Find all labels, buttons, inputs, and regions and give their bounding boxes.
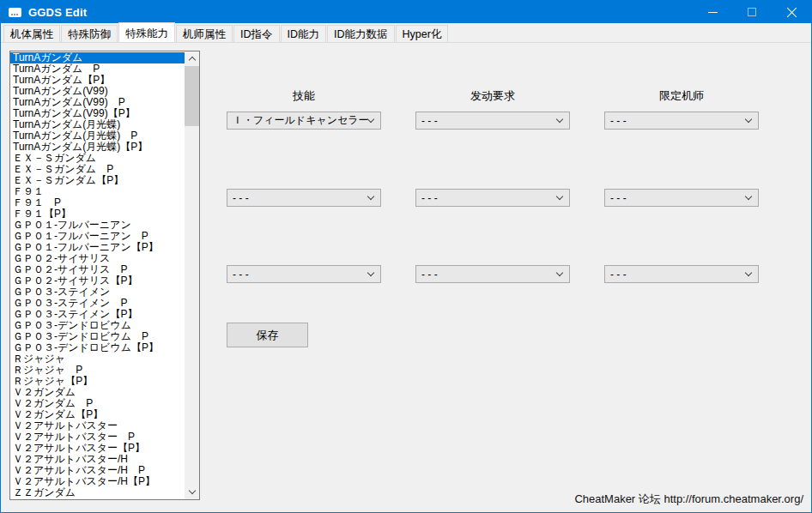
maximize-button[interactable] bbox=[732, 1, 772, 23]
window-title: GGDS Edit bbox=[28, 6, 87, 19]
pilot-select-2[interactable]: - - - bbox=[604, 189, 759, 207]
unit-list-scrollbar[interactable] bbox=[185, 51, 199, 499]
unit-listbox[interactable]: TurnAガンダムTurnAガンダム PTurnAガンダム【P】TurnAガンダ… bbox=[10, 52, 185, 499]
footer-credit: CheatMaker 论坛 http://forum.cheatmaker.or… bbox=[574, 492, 803, 507]
skill-select-3-value: - - - bbox=[233, 269, 249, 281]
unit-list-item[interactable]: ＺＺガンダム bbox=[10, 487, 185, 498]
tab[interactable]: ID能力数据 bbox=[327, 25, 395, 42]
tab[interactable]: 特殊能力 bbox=[118, 22, 175, 42]
minimize-icon bbox=[708, 12, 718, 13]
ggds-edit-window: { "accent_color": "#0078d7", "titlebar":… bbox=[0, 0, 812, 513]
skill-select-2[interactable]: - - - bbox=[227, 189, 381, 207]
header-requirement: 发动要求 bbox=[415, 88, 570, 104]
chevron-down-icon bbox=[556, 269, 563, 276]
save-button[interactable]: 保存 bbox=[227, 323, 308, 347]
header-skill: 技能 bbox=[227, 88, 381, 104]
scrollbar-thumb[interactable] bbox=[185, 66, 199, 126]
tab[interactable]: 特殊防御 bbox=[61, 25, 118, 42]
column-headers: 技能 发动要求 限定机师 bbox=[227, 88, 759, 104]
chevron-down-icon bbox=[188, 487, 195, 494]
ability-row-3: - - - - - - - - - bbox=[227, 265, 759, 283]
window-controls bbox=[693, 1, 811, 23]
chevron-down-icon bbox=[367, 269, 374, 276]
skill-select-1-value: Ｉ・フィールドキャンセラー bbox=[233, 113, 368, 128]
chevron-down-icon bbox=[367, 116, 374, 123]
requirement-select-1-value: - - - bbox=[421, 115, 438, 127]
pilot-select-3-value: - - - bbox=[610, 269, 627, 281]
requirement-select-2-value: - - - bbox=[421, 192, 438, 204]
chevron-down-icon bbox=[745, 116, 752, 123]
minimize-button[interactable] bbox=[693, 1, 732, 23]
tab[interactable]: 机师属性 bbox=[176, 25, 233, 42]
pilot-select-1[interactable]: - - - bbox=[604, 112, 759, 130]
scroll-down-button[interactable] bbox=[185, 485, 199, 499]
app-window-icon bbox=[9, 8, 21, 17]
scroll-up-button[interactable] bbox=[185, 51, 199, 66]
chevron-down-icon bbox=[745, 269, 752, 276]
header-pilot: 限定机师 bbox=[604, 88, 759, 104]
tab[interactable]: ID指令 bbox=[233, 25, 280, 42]
tab[interactable]: ID能力 bbox=[281, 25, 327, 42]
tab[interactable]: Hyper化 bbox=[396, 25, 449, 42]
pilot-select-1-value: - - - bbox=[610, 115, 627, 127]
close-button[interactable] bbox=[772, 1, 811, 23]
pilot-select-2-value: - - - bbox=[610, 192, 627, 204]
close-icon bbox=[786, 7, 797, 18]
skill-select-3[interactable]: - - - bbox=[227, 265, 381, 283]
pilot-select-3[interactable]: - - - bbox=[604, 265, 759, 283]
requirement-select-3[interactable]: - - - bbox=[415, 265, 570, 283]
titlebar: GGDS Edit bbox=[1, 1, 811, 23]
tab[interactable]: 机体属性 bbox=[3, 25, 60, 42]
requirement-select-1[interactable]: - - - bbox=[415, 112, 570, 130]
chevron-down-icon bbox=[367, 193, 374, 200]
unit-list-panel: TurnAガンダムTurnAガンダム PTurnAガンダム【P】TurnAガンダ… bbox=[9, 51, 200, 500]
skill-select-2-value: - - - bbox=[233, 192, 249, 204]
chevron-down-icon bbox=[745, 193, 752, 200]
requirement-select-2[interactable]: - - - bbox=[415, 189, 570, 207]
chevron-down-icon bbox=[556, 116, 563, 123]
maximize-icon bbox=[748, 8, 756, 16]
ability-row-1: Ｉ・フィールドキャンセラー - - - - - - bbox=[227, 112, 759, 130]
requirement-select-3-value: - - - bbox=[421, 269, 438, 281]
tab-strip: 机体属性特殊防御特殊能力机师属性ID指令ID能力ID能力数据Hyper化 bbox=[1, 23, 811, 43]
chevron-up-icon bbox=[188, 57, 195, 63]
skill-select-1[interactable]: Ｉ・フィールドキャンセラー bbox=[227, 112, 381, 130]
ability-row-2: - - - - - - - - - bbox=[227, 189, 759, 207]
chevron-down-icon bbox=[556, 193, 563, 200]
